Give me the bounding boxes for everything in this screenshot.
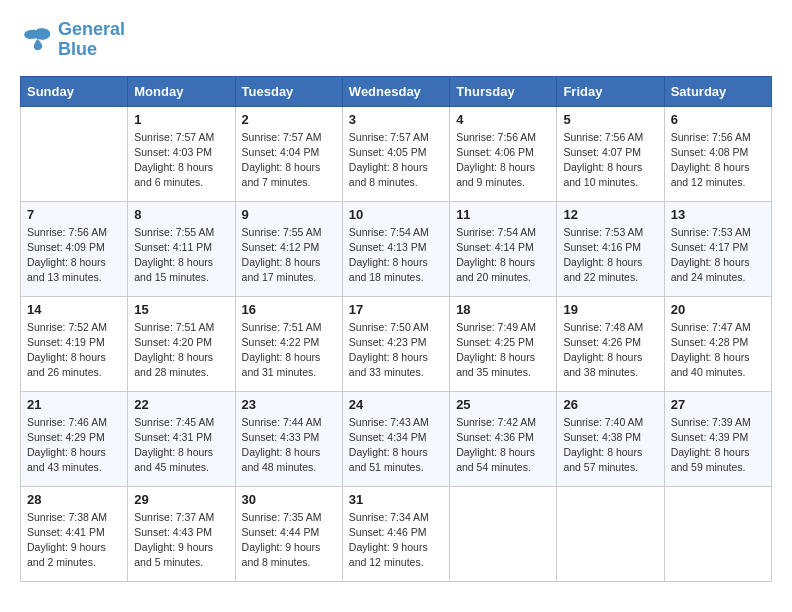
header-row: SundayMondayTuesdayWednesdayThursdayFrid… <box>21 76 772 106</box>
day-number: 2 <box>242 112 336 127</box>
day-number: 5 <box>563 112 657 127</box>
day-info: Sunrise: 7:48 AM Sunset: 4:26 PM Dayligh… <box>563 320 657 381</box>
calendar-cell: 19Sunrise: 7:48 AM Sunset: 4:26 PM Dayli… <box>557 296 664 391</box>
calendar-cell <box>664 486 771 581</box>
calendar-cell: 13Sunrise: 7:53 AM Sunset: 4:17 PM Dayli… <box>664 201 771 296</box>
day-number: 20 <box>671 302 765 317</box>
col-header-saturday: Saturday <box>664 76 771 106</box>
calendar-cell: 5Sunrise: 7:56 AM Sunset: 4:07 PM Daylig… <box>557 106 664 201</box>
day-number: 25 <box>456 397 550 412</box>
calendar-cell: 17Sunrise: 7:50 AM Sunset: 4:23 PM Dayli… <box>342 296 449 391</box>
day-info: Sunrise: 7:40 AM Sunset: 4:38 PM Dayligh… <box>563 415 657 476</box>
day-number: 7 <box>27 207 121 222</box>
day-info: Sunrise: 7:56 AM Sunset: 4:06 PM Dayligh… <box>456 130 550 191</box>
day-number: 23 <box>242 397 336 412</box>
day-number: 29 <box>134 492 228 507</box>
day-info: Sunrise: 7:39 AM Sunset: 4:39 PM Dayligh… <box>671 415 765 476</box>
day-info: Sunrise: 7:47 AM Sunset: 4:28 PM Dayligh… <box>671 320 765 381</box>
day-number: 26 <box>563 397 657 412</box>
logo-bird-icon <box>20 26 52 54</box>
calendar-cell: 14Sunrise: 7:52 AM Sunset: 4:19 PM Dayli… <box>21 296 128 391</box>
day-info: Sunrise: 7:37 AM Sunset: 4:43 PM Dayligh… <box>134 510 228 571</box>
col-header-friday: Friday <box>557 76 664 106</box>
day-number: 17 <box>349 302 443 317</box>
day-info: Sunrise: 7:49 AM Sunset: 4:25 PM Dayligh… <box>456 320 550 381</box>
col-header-wednesday: Wednesday <box>342 76 449 106</box>
calendar-cell: 1Sunrise: 7:57 AM Sunset: 4:03 PM Daylig… <box>128 106 235 201</box>
day-info: Sunrise: 7:34 AM Sunset: 4:46 PM Dayligh… <box>349 510 443 571</box>
calendar-cell: 31Sunrise: 7:34 AM Sunset: 4:46 PM Dayli… <box>342 486 449 581</box>
day-number: 24 <box>349 397 443 412</box>
day-number: 11 <box>456 207 550 222</box>
day-info: Sunrise: 7:57 AM Sunset: 4:03 PM Dayligh… <box>134 130 228 191</box>
day-number: 22 <box>134 397 228 412</box>
calendar-cell: 24Sunrise: 7:43 AM Sunset: 4:34 PM Dayli… <box>342 391 449 486</box>
calendar-cell: 29Sunrise: 7:37 AM Sunset: 4:43 PM Dayli… <box>128 486 235 581</box>
day-info: Sunrise: 7:53 AM Sunset: 4:17 PM Dayligh… <box>671 225 765 286</box>
day-number: 10 <box>349 207 443 222</box>
day-info: Sunrise: 7:38 AM Sunset: 4:41 PM Dayligh… <box>27 510 121 571</box>
day-number: 30 <box>242 492 336 507</box>
week-row-3: 14Sunrise: 7:52 AM Sunset: 4:19 PM Dayli… <box>21 296 772 391</box>
calendar-cell: 18Sunrise: 7:49 AM Sunset: 4:25 PM Dayli… <box>450 296 557 391</box>
calendar-cell: 7Sunrise: 7:56 AM Sunset: 4:09 PM Daylig… <box>21 201 128 296</box>
day-info: Sunrise: 7:50 AM Sunset: 4:23 PM Dayligh… <box>349 320 443 381</box>
day-number: 13 <box>671 207 765 222</box>
day-number: 31 <box>349 492 443 507</box>
col-header-sunday: Sunday <box>21 76 128 106</box>
day-info: Sunrise: 7:35 AM Sunset: 4:44 PM Dayligh… <box>242 510 336 571</box>
day-info: Sunrise: 7:56 AM Sunset: 4:08 PM Dayligh… <box>671 130 765 191</box>
week-row-2: 7Sunrise: 7:56 AM Sunset: 4:09 PM Daylig… <box>21 201 772 296</box>
calendar-cell: 30Sunrise: 7:35 AM Sunset: 4:44 PM Dayli… <box>235 486 342 581</box>
day-info: Sunrise: 7:54 AM Sunset: 4:14 PM Dayligh… <box>456 225 550 286</box>
calendar-cell: 28Sunrise: 7:38 AM Sunset: 4:41 PM Dayli… <box>21 486 128 581</box>
calendar-cell: 2Sunrise: 7:57 AM Sunset: 4:04 PM Daylig… <box>235 106 342 201</box>
day-info: Sunrise: 7:52 AM Sunset: 4:19 PM Dayligh… <box>27 320 121 381</box>
calendar-cell: 20Sunrise: 7:47 AM Sunset: 4:28 PM Dayli… <box>664 296 771 391</box>
day-number: 9 <box>242 207 336 222</box>
calendar-cell <box>450 486 557 581</box>
calendar-cell: 26Sunrise: 7:40 AM Sunset: 4:38 PM Dayli… <box>557 391 664 486</box>
calendar-cell: 16Sunrise: 7:51 AM Sunset: 4:22 PM Dayli… <box>235 296 342 391</box>
day-info: Sunrise: 7:51 AM Sunset: 4:20 PM Dayligh… <box>134 320 228 381</box>
day-info: Sunrise: 7:42 AM Sunset: 4:36 PM Dayligh… <box>456 415 550 476</box>
week-row-1: 1Sunrise: 7:57 AM Sunset: 4:03 PM Daylig… <box>21 106 772 201</box>
day-info: Sunrise: 7:56 AM Sunset: 4:07 PM Dayligh… <box>563 130 657 191</box>
day-info: Sunrise: 7:44 AM Sunset: 4:33 PM Dayligh… <box>242 415 336 476</box>
calendar-cell: 15Sunrise: 7:51 AM Sunset: 4:20 PM Dayli… <box>128 296 235 391</box>
day-info: Sunrise: 7:55 AM Sunset: 4:12 PM Dayligh… <box>242 225 336 286</box>
day-number: 3 <box>349 112 443 127</box>
day-info: Sunrise: 7:46 AM Sunset: 4:29 PM Dayligh… <box>27 415 121 476</box>
page-header: General Blue <box>20 20 772 60</box>
calendar-cell: 21Sunrise: 7:46 AM Sunset: 4:29 PM Dayli… <box>21 391 128 486</box>
day-info: Sunrise: 7:54 AM Sunset: 4:13 PM Dayligh… <box>349 225 443 286</box>
day-number: 14 <box>27 302 121 317</box>
day-number: 6 <box>671 112 765 127</box>
col-header-monday: Monday <box>128 76 235 106</box>
week-row-4: 21Sunrise: 7:46 AM Sunset: 4:29 PM Dayli… <box>21 391 772 486</box>
calendar-cell: 12Sunrise: 7:53 AM Sunset: 4:16 PM Dayli… <box>557 201 664 296</box>
day-info: Sunrise: 7:43 AM Sunset: 4:34 PM Dayligh… <box>349 415 443 476</box>
col-header-tuesday: Tuesday <box>235 76 342 106</box>
day-number: 21 <box>27 397 121 412</box>
day-info: Sunrise: 7:56 AM Sunset: 4:09 PM Dayligh… <box>27 225 121 286</box>
calendar-cell: 6Sunrise: 7:56 AM Sunset: 4:08 PM Daylig… <box>664 106 771 201</box>
day-number: 16 <box>242 302 336 317</box>
day-number: 1 <box>134 112 228 127</box>
day-number: 28 <box>27 492 121 507</box>
day-number: 19 <box>563 302 657 317</box>
calendar-cell: 8Sunrise: 7:55 AM Sunset: 4:11 PM Daylig… <box>128 201 235 296</box>
day-number: 4 <box>456 112 550 127</box>
day-number: 8 <box>134 207 228 222</box>
week-row-5: 28Sunrise: 7:38 AM Sunset: 4:41 PM Dayli… <box>21 486 772 581</box>
calendar-cell: 4Sunrise: 7:56 AM Sunset: 4:06 PM Daylig… <box>450 106 557 201</box>
col-header-thursday: Thursday <box>450 76 557 106</box>
day-info: Sunrise: 7:51 AM Sunset: 4:22 PM Dayligh… <box>242 320 336 381</box>
day-number: 27 <box>671 397 765 412</box>
day-number: 12 <box>563 207 657 222</box>
calendar-cell: 10Sunrise: 7:54 AM Sunset: 4:13 PM Dayli… <box>342 201 449 296</box>
day-number: 18 <box>456 302 550 317</box>
day-info: Sunrise: 7:53 AM Sunset: 4:16 PM Dayligh… <box>563 225 657 286</box>
calendar-cell: 25Sunrise: 7:42 AM Sunset: 4:36 PM Dayli… <box>450 391 557 486</box>
day-number: 15 <box>134 302 228 317</box>
